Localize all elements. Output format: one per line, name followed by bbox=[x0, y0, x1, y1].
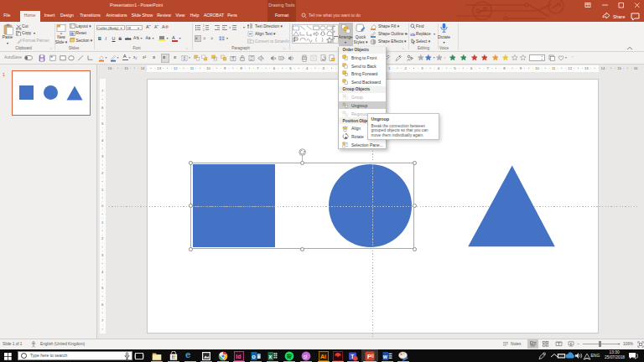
svg-text:5: 5 bbox=[101, 286, 104, 290]
svg-text:o: o bbox=[252, 353, 256, 360]
svg-text:3: 3 bbox=[101, 253, 104, 257]
svg-text:2: 2 bbox=[101, 236, 104, 240]
svg-text:3: 3 bbox=[101, 154, 104, 158]
svg-text:6: 6 bbox=[101, 106, 104, 110]
svg-text:4: 4 bbox=[101, 138, 104, 142]
svg-text:4: 4 bbox=[101, 270, 104, 274]
svg-text:w: w bbox=[382, 353, 388, 359]
svg-text:5: 5 bbox=[101, 122, 104, 126]
svg-text:7: 7 bbox=[101, 318, 104, 323]
svg-text:1: 1 bbox=[101, 188, 104, 192]
svg-text:sl: sl bbox=[304, 353, 308, 359]
svg-text:6: 6 bbox=[101, 303, 104, 307]
svg-text:Ai: Ai bbox=[320, 353, 326, 359]
svg-text:1: 1 bbox=[101, 220, 104, 225]
svg-text:P: P bbox=[367, 353, 371, 360]
svg-text:2: 2 bbox=[101, 171, 104, 175]
svg-text:0: 0 bbox=[101, 204, 104, 208]
svg-text:7: 7 bbox=[101, 89, 104, 93]
svg-text:Id: Id bbox=[236, 353, 241, 359]
